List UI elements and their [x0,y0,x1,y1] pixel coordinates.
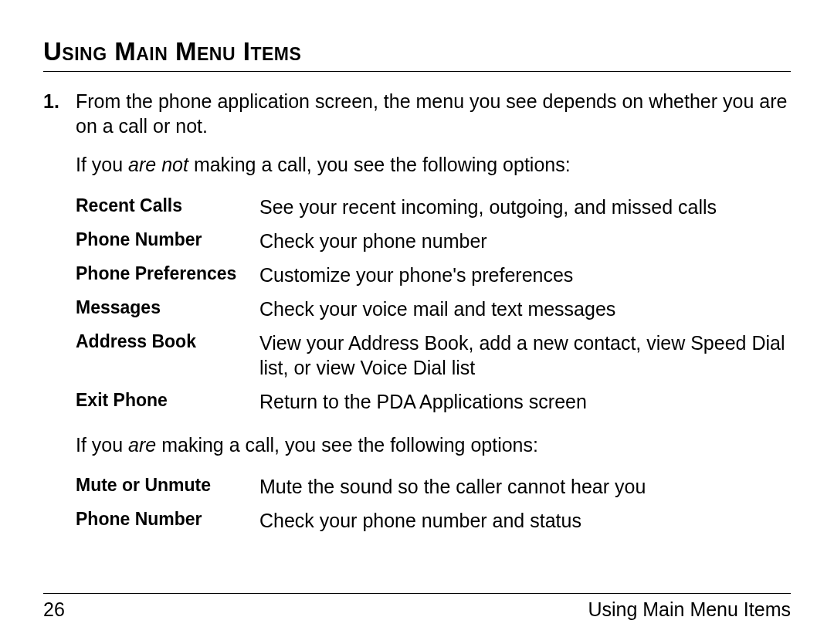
paragraph-not-call: If you are not making a call, you see th… [76,152,791,178]
step-text: From the phone application screen, the m… [76,90,787,137]
text-fragment: making a call, you see the following opt… [156,434,538,456]
option-label: Phone Preferences [76,258,259,292]
option-desc: Mute the sound so the caller cannot hear… [259,469,791,503]
option-desc: See your recent incoming, outgoing, and … [259,190,791,224]
step-list: 1. From the phone application screen, th… [43,89,791,138]
table-row: Address Book View your Address Book, add… [76,326,791,385]
footer-page-number: 26 [43,598,65,621]
table-row: Exit Phone Return to the PDA Application… [76,385,791,419]
table-row: Phone Number Check your phone number [76,224,791,258]
page-footer: 26 Using Main Menu Items [43,593,791,621]
option-desc: Check your voice mail and text messages [259,292,791,326]
emphasis-are: are [128,434,156,456]
option-label: Messages [76,292,259,326]
table-row: Messages Check your voice mail and text … [76,292,791,326]
section-heading: Using Main Menu Items [43,37,791,66]
option-label: Address Book [76,326,259,385]
step-1: 1. From the phone application screen, th… [76,89,791,138]
table-row: Phone Number Check your phone number and… [76,503,791,537]
step-body: If you are not making a call, you see th… [76,152,791,537]
table-row: Mute or Unmute Mute the sound so the cal… [76,469,791,503]
footer-rule [43,593,791,594]
option-desc: Check your phone number and status [259,503,791,537]
options-table-are-call: Mute or Unmute Mute the sound so the cal… [76,469,791,537]
option-label: Recent Calls [76,190,259,224]
option-desc: Customize your phone's preferences [259,258,791,292]
options-table-not-call: Recent Calls See your recent incoming, o… [76,190,791,419]
table-row: Recent Calls See your recent incoming, o… [76,190,791,224]
option-label: Mute or Unmute [76,469,259,503]
option-label: Phone Number [76,224,259,258]
emphasis-are-not: are not [128,154,188,175]
option-desc: Check your phone number [259,224,791,258]
option-desc: View your Address Book, add a new contac… [259,326,791,385]
text-fragment: If you [76,154,128,175]
text-fragment: If you [76,434,128,456]
paragraph-are-call: If you are making a call, you see the fo… [76,432,791,458]
text-fragment: making a call, you see the following opt… [188,154,571,175]
document-page: Using Main Menu Items 1. From the phone … [0,0,834,644]
heading-rule [43,71,791,72]
footer-section-name: Using Main Menu Items [588,598,791,621]
option-label: Phone Number [76,503,259,537]
option-desc: Return to the PDA Applications screen [259,385,791,419]
step-number: 1. [43,89,59,114]
table-row: Phone Preferences Customize your phone's… [76,258,791,292]
option-label: Exit Phone [76,385,259,419]
